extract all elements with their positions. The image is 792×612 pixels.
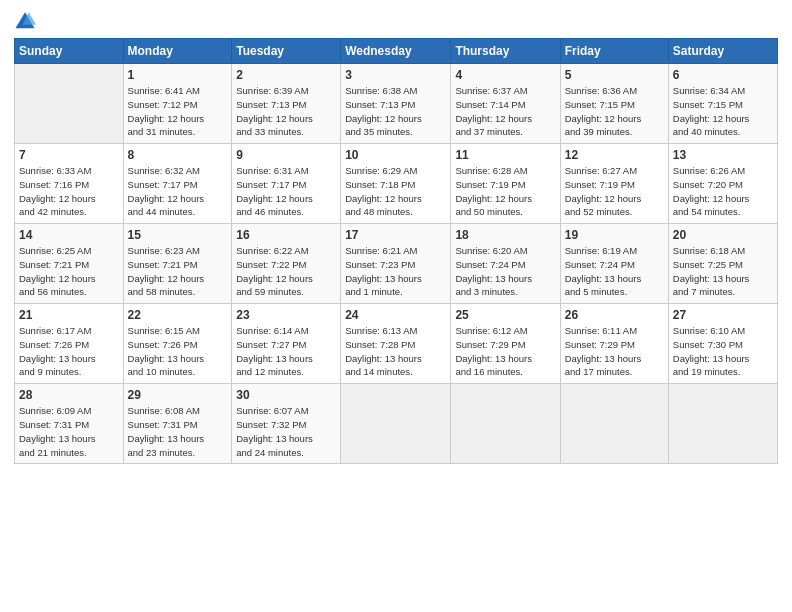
day-info: Sunrise: 6:15 AMSunset: 7:26 PMDaylight:… <box>128 324 228 379</box>
day-cell: 7Sunrise: 6:33 AMSunset: 7:16 PMDaylight… <box>15 144 124 224</box>
day-number: 30 <box>236 388 336 402</box>
day-info: Sunrise: 6:27 AMSunset: 7:19 PMDaylight:… <box>565 164 664 219</box>
day-number: 27 <box>673 308 773 322</box>
day-cell: 22Sunrise: 6:15 AMSunset: 7:26 PMDayligh… <box>123 304 232 384</box>
day-info: Sunrise: 6:33 AMSunset: 7:16 PMDaylight:… <box>19 164 119 219</box>
day-info: Sunrise: 6:28 AMSunset: 7:19 PMDaylight:… <box>455 164 555 219</box>
day-info: Sunrise: 6:21 AMSunset: 7:23 PMDaylight:… <box>345 244 446 299</box>
day-cell: 9Sunrise: 6:31 AMSunset: 7:17 PMDaylight… <box>232 144 341 224</box>
day-cell: 10Sunrise: 6:29 AMSunset: 7:18 PMDayligh… <box>341 144 451 224</box>
day-header-monday: Monday <box>123 39 232 64</box>
day-cell: 21Sunrise: 6:17 AMSunset: 7:26 PMDayligh… <box>15 304 124 384</box>
day-cell <box>341 384 451 464</box>
week-row-5: 28Sunrise: 6:09 AMSunset: 7:31 PMDayligh… <box>15 384 778 464</box>
day-number: 17 <box>345 228 446 242</box>
calendar-table: SundayMondayTuesdayWednesdayThursdayFrid… <box>14 38 778 464</box>
day-number: 1 <box>128 68 228 82</box>
day-cell: 30Sunrise: 6:07 AMSunset: 7:32 PMDayligh… <box>232 384 341 464</box>
day-info: Sunrise: 6:39 AMSunset: 7:13 PMDaylight:… <box>236 84 336 139</box>
day-cell: 23Sunrise: 6:14 AMSunset: 7:27 PMDayligh… <box>232 304 341 384</box>
day-cell: 12Sunrise: 6:27 AMSunset: 7:19 PMDayligh… <box>560 144 668 224</box>
day-cell: 5Sunrise: 6:36 AMSunset: 7:15 PMDaylight… <box>560 64 668 144</box>
day-number: 16 <box>236 228 336 242</box>
day-info: Sunrise: 6:38 AMSunset: 7:13 PMDaylight:… <box>345 84 446 139</box>
day-cell: 20Sunrise: 6:18 AMSunset: 7:25 PMDayligh… <box>668 224 777 304</box>
week-row-2: 7Sunrise: 6:33 AMSunset: 7:16 PMDaylight… <box>15 144 778 224</box>
day-cell <box>668 384 777 464</box>
day-cell: 17Sunrise: 6:21 AMSunset: 7:23 PMDayligh… <box>341 224 451 304</box>
day-cell: 13Sunrise: 6:26 AMSunset: 7:20 PMDayligh… <box>668 144 777 224</box>
day-cell: 11Sunrise: 6:28 AMSunset: 7:19 PMDayligh… <box>451 144 560 224</box>
day-cell: 4Sunrise: 6:37 AMSunset: 7:14 PMDaylight… <box>451 64 560 144</box>
day-number: 21 <box>19 308 119 322</box>
day-cell <box>560 384 668 464</box>
day-cell: 14Sunrise: 6:25 AMSunset: 7:21 PMDayligh… <box>15 224 124 304</box>
calendar-header: SundayMondayTuesdayWednesdayThursdayFrid… <box>15 39 778 64</box>
day-number: 2 <box>236 68 336 82</box>
day-cell: 26Sunrise: 6:11 AMSunset: 7:29 PMDayligh… <box>560 304 668 384</box>
day-cell: 1Sunrise: 6:41 AMSunset: 7:12 PMDaylight… <box>123 64 232 144</box>
header <box>14 10 778 32</box>
day-info: Sunrise: 6:12 AMSunset: 7:29 PMDaylight:… <box>455 324 555 379</box>
day-number: 18 <box>455 228 555 242</box>
day-number: 22 <box>128 308 228 322</box>
day-header-thursday: Thursday <box>451 39 560 64</box>
day-info: Sunrise: 6:10 AMSunset: 7:30 PMDaylight:… <box>673 324 773 379</box>
logo-icon <box>14 10 36 32</box>
day-info: Sunrise: 6:19 AMSunset: 7:24 PMDaylight:… <box>565 244 664 299</box>
day-number: 7 <box>19 148 119 162</box>
day-number: 20 <box>673 228 773 242</box>
calendar-body: 1Sunrise: 6:41 AMSunset: 7:12 PMDaylight… <box>15 64 778 464</box>
day-cell: 24Sunrise: 6:13 AMSunset: 7:28 PMDayligh… <box>341 304 451 384</box>
day-number: 26 <box>565 308 664 322</box>
day-number: 12 <box>565 148 664 162</box>
day-header-wednesday: Wednesday <box>341 39 451 64</box>
day-info: Sunrise: 6:34 AMSunset: 7:15 PMDaylight:… <box>673 84 773 139</box>
day-info: Sunrise: 6:26 AMSunset: 7:20 PMDaylight:… <box>673 164 773 219</box>
day-info: Sunrise: 6:41 AMSunset: 7:12 PMDaylight:… <box>128 84 228 139</box>
day-number: 15 <box>128 228 228 242</box>
day-info: Sunrise: 6:32 AMSunset: 7:17 PMDaylight:… <box>128 164 228 219</box>
page: SundayMondayTuesdayWednesdayThursdayFrid… <box>0 0 792 612</box>
day-cell: 6Sunrise: 6:34 AMSunset: 7:15 PMDaylight… <box>668 64 777 144</box>
day-number: 9 <box>236 148 336 162</box>
day-number: 6 <box>673 68 773 82</box>
day-header-sunday: Sunday <box>15 39 124 64</box>
day-cell: 2Sunrise: 6:39 AMSunset: 7:13 PMDaylight… <box>232 64 341 144</box>
day-number: 29 <box>128 388 228 402</box>
day-number: 24 <box>345 308 446 322</box>
day-cell <box>15 64 124 144</box>
day-number: 13 <box>673 148 773 162</box>
day-number: 4 <box>455 68 555 82</box>
day-info: Sunrise: 6:13 AMSunset: 7:28 PMDaylight:… <box>345 324 446 379</box>
day-info: Sunrise: 6:36 AMSunset: 7:15 PMDaylight:… <box>565 84 664 139</box>
day-cell: 16Sunrise: 6:22 AMSunset: 7:22 PMDayligh… <box>232 224 341 304</box>
day-cell: 29Sunrise: 6:08 AMSunset: 7:31 PMDayligh… <box>123 384 232 464</box>
day-number: 5 <box>565 68 664 82</box>
day-header-friday: Friday <box>560 39 668 64</box>
day-info: Sunrise: 6:09 AMSunset: 7:31 PMDaylight:… <box>19 404 119 459</box>
day-number: 8 <box>128 148 228 162</box>
day-info: Sunrise: 6:14 AMSunset: 7:27 PMDaylight:… <box>236 324 336 379</box>
day-cell: 19Sunrise: 6:19 AMSunset: 7:24 PMDayligh… <box>560 224 668 304</box>
day-info: Sunrise: 6:37 AMSunset: 7:14 PMDaylight:… <box>455 84 555 139</box>
day-info: Sunrise: 6:08 AMSunset: 7:31 PMDaylight:… <box>128 404 228 459</box>
day-info: Sunrise: 6:20 AMSunset: 7:24 PMDaylight:… <box>455 244 555 299</box>
day-info: Sunrise: 6:17 AMSunset: 7:26 PMDaylight:… <box>19 324 119 379</box>
day-cell: 3Sunrise: 6:38 AMSunset: 7:13 PMDaylight… <box>341 64 451 144</box>
day-cell: 27Sunrise: 6:10 AMSunset: 7:30 PMDayligh… <box>668 304 777 384</box>
week-row-4: 21Sunrise: 6:17 AMSunset: 7:26 PMDayligh… <box>15 304 778 384</box>
day-cell: 28Sunrise: 6:09 AMSunset: 7:31 PMDayligh… <box>15 384 124 464</box>
day-number: 19 <box>565 228 664 242</box>
day-header-tuesday: Tuesday <box>232 39 341 64</box>
day-info: Sunrise: 6:31 AMSunset: 7:17 PMDaylight:… <box>236 164 336 219</box>
header-row: SundayMondayTuesdayWednesdayThursdayFrid… <box>15 39 778 64</box>
day-number: 3 <box>345 68 446 82</box>
day-info: Sunrise: 6:25 AMSunset: 7:21 PMDaylight:… <box>19 244 119 299</box>
day-number: 14 <box>19 228 119 242</box>
day-number: 28 <box>19 388 119 402</box>
day-info: Sunrise: 6:18 AMSunset: 7:25 PMDaylight:… <box>673 244 773 299</box>
day-cell: 15Sunrise: 6:23 AMSunset: 7:21 PMDayligh… <box>123 224 232 304</box>
day-header-saturday: Saturday <box>668 39 777 64</box>
day-number: 23 <box>236 308 336 322</box>
